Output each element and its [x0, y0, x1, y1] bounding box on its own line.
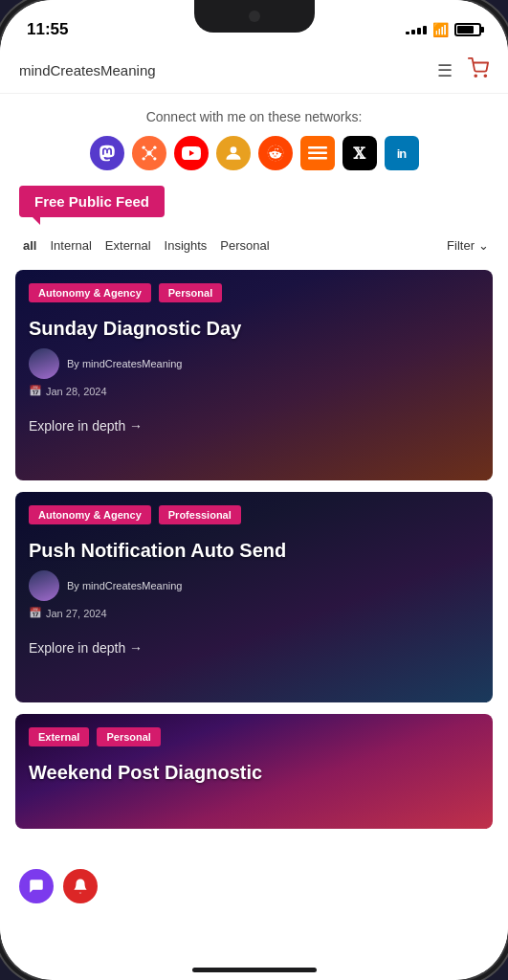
- card-2-author: By mindCreatesMeaning: [15, 570, 493, 605]
- filter-button[interactable]: Filter ⌄: [447, 238, 489, 253]
- twitter-x-icon[interactable]: 𝕏: [342, 136, 377, 170]
- svg-point-4: [153, 146, 156, 149]
- card-2-author-by: By mindCreatesMeaning: [67, 580, 182, 591]
- card-2-avatar: [29, 570, 59, 601]
- chat-button[interactable]: [19, 869, 54, 903]
- card-2-tag-2[interactable]: Professional: [159, 505, 241, 524]
- card-1-tags: Autonomy & Agency Personal: [15, 270, 493, 302]
- calendar-icon: 📅: [29, 385, 42, 397]
- battery-fill: [457, 26, 474, 33]
- card-1-date: 📅 Jan 28, 2024: [15, 383, 493, 409]
- tab-internal[interactable]: Internal: [46, 236, 95, 255]
- card-1-tag-1[interactable]: Autonomy & Agency: [29, 283, 151, 302]
- svg-point-5: [142, 157, 144, 160]
- wifi-icon: 📶: [432, 22, 449, 37]
- feed-badge-section: Free Public Feed: [0, 186, 508, 227]
- svg-point-1: [484, 75, 486, 77]
- home-indicator: [192, 968, 317, 972]
- notification-button[interactable]: [63, 869, 98, 903]
- signal-bars-icon: [406, 26, 427, 34]
- filter-tabs: all Internal External Insights Personal …: [0, 227, 508, 262]
- status-icons: 📶: [406, 22, 481, 37]
- feed-badge: Free Public Feed: [19, 186, 165, 217]
- cart-icon[interactable]: [468, 57, 489, 83]
- phone-screen: 11:55 📶 mindCreatesMeaning ☰: [0, 0, 508, 980]
- card-3-tag-1[interactable]: External: [29, 727, 89, 746]
- card-2-link[interactable]: Explore in depth →: [15, 631, 493, 671]
- card-2-tags: Autonomy & Agency Professional: [15, 492, 493, 524]
- youtube-icon[interactable]: [174, 136, 209, 170]
- filter-chevron-icon: ⌄: [478, 238, 489, 253]
- social-title: Connect with me on these networks:: [19, 109, 489, 124]
- tab-external[interactable]: External: [101, 236, 155, 255]
- post-card-3: External Personal Weekend Post Diagnosti…: [15, 714, 493, 829]
- svg-line-8: [150, 149, 153, 152]
- card-2-author-name: mindCreatesMeaning: [82, 580, 183, 591]
- post-card-2: Autonomy & Agency Professional Push Noti…: [15, 492, 493, 702]
- card-2-date: 📅 Jan 27, 2024: [15, 605, 493, 631]
- phone-frame: 11:55 📶 mindCreatesMeaning ☰: [0, 0, 508, 980]
- card-1-date-text: Jan 28, 2024: [46, 386, 107, 397]
- card-2-title: Push Notification Auto Send: [15, 524, 493, 570]
- app-header: mindCreatesMeaning ☰: [0, 48, 508, 94]
- card-2-author-info: By mindCreatesMeaning: [67, 580, 182, 591]
- mastodon-icon[interactable]: [90, 136, 124, 170]
- filter-label: Filter: [447, 238, 475, 253]
- notch-camera: [249, 11, 260, 22]
- svg-rect-16: [308, 157, 327, 160]
- content-area: Connect with me on these networks:: [0, 94, 508, 972]
- card-1-link[interactable]: Explore in depth →: [15, 409, 493, 449]
- card-1-author-info: By mindCreatesMeaning: [67, 358, 182, 369]
- card-1-author: By mindCreatesMeaning: [15, 348, 493, 383]
- social-section: Connect with me on these networks:: [0, 94, 508, 186]
- status-time: 11:55: [27, 20, 68, 39]
- social-icons-row: 𝕏 in: [19, 136, 489, 170]
- svg-point-3: [142, 146, 144, 149]
- svg-line-9: [144, 155, 147, 158]
- substack-icon[interactable]: [300, 136, 335, 170]
- peertube-icon[interactable]: [216, 136, 251, 170]
- svg-line-7: [144, 149, 147, 152]
- reddit-icon[interactable]: [258, 136, 293, 170]
- calendar-icon-2: 📅: [29, 607, 42, 619]
- card-3-tags: External Personal: [15, 714, 493, 746]
- hamburger-icon[interactable]: ☰: [437, 60, 453, 81]
- card-2-tag-1[interactable]: Autonomy & Agency: [29, 505, 151, 524]
- svg-line-10: [150, 155, 153, 158]
- signal-bar-4: [423, 26, 427, 34]
- linkedin-icon[interactable]: in: [385, 136, 419, 170]
- svg-point-6: [153, 157, 156, 160]
- mynetwork-icon[interactable]: [132, 136, 166, 170]
- signal-bar-2: [411, 30, 415, 34]
- battery-icon: [454, 23, 481, 36]
- post-card-1: Autonomy & Agency Personal Sunday Diagno…: [15, 270, 493, 480]
- signal-bar-3: [417, 28, 421, 34]
- card-3-title: Weekend Post Diagnostic: [15, 746, 493, 792]
- svg-rect-15: [308, 152, 327, 155]
- card-1-tag-2[interactable]: Personal: [159, 283, 222, 302]
- signal-bar-1: [406, 32, 409, 34]
- card-1-author-by: By mindCreatesMeaning: [67, 358, 182, 369]
- header-icons: ☰: [437, 57, 489, 83]
- card-1-author-name: mindCreatesMeaning: [82, 358, 183, 369]
- feed-badge-label: Free Public Feed: [34, 193, 149, 210]
- card-1-title: Sunday Diagnostic Day: [15, 302, 493, 348]
- floating-buttons: [19, 869, 98, 903]
- card-3-tag-2[interactable]: Personal: [97, 727, 160, 746]
- card-1-avatar: [29, 348, 59, 379]
- tab-all[interactable]: all: [19, 236, 40, 255]
- notch: [194, 0, 315, 33]
- app-logo: mindCreatesMeaning: [19, 62, 156, 78]
- card-2-date-text: Jan 27, 2024: [46, 608, 107, 619]
- svg-rect-14: [308, 146, 327, 149]
- svg-point-0: [475, 75, 476, 77]
- tab-insights[interactable]: Insights: [161, 236, 211, 255]
- tab-personal[interactable]: Personal: [216, 236, 273, 255]
